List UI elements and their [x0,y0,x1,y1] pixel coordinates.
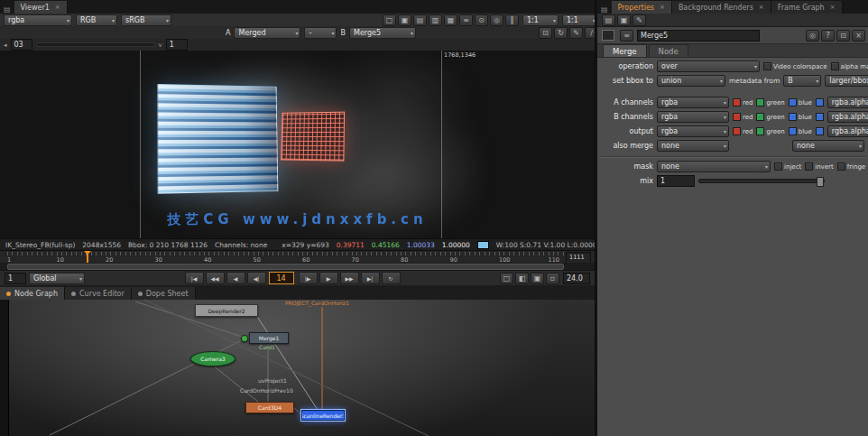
display-channels-dropdown[interactable]: RGB [76,14,117,26]
tab-viewer1[interactable]: Viewer1 × [14,1,68,14]
mix-field[interactable]: 1 [657,175,695,187]
node-name-field[interactable]: Merge5 [637,30,760,42]
tab-background-renders[interactable]: Background Renders × [672,1,771,14]
loop-mode-button[interactable]: ↻ [382,272,401,284]
tab-dope-sheet[interactable]: Dope Sheet [132,287,196,300]
mask-channel-dropdown[interactable]: none [657,161,771,172]
a-green-checkbox[interactable]: green [756,98,784,107]
a-red-checkbox[interactable]: red [733,98,753,107]
node-merge1[interactable]: Merge1 [249,332,289,344]
b-blue-checkbox[interactable]: blue [789,113,812,121]
close-icon[interactable]: × [660,4,665,11]
zoom-dropdown[interactable]: 1:1 [522,14,559,26]
bbox-extra-dropdown[interactable]: larger/bbox [825,75,868,87]
mix-slider[interactable] [698,179,825,183]
gain-dropdown[interactable]: 1:1 [562,14,598,26]
wipe-blend-dropdown[interactable]: - [304,27,337,39]
tab-node-graph[interactable]: Node Graph [0,287,65,300]
menu-icon[interactable]: ≡ [459,14,473,26]
safe-zones-icon[interactable]: ⊡ [539,27,552,39]
frame-range-mode-dropdown[interactable]: Global [29,273,85,284]
prev-increment-icon[interactable]: ◂ [4,42,7,49]
bounce-icon[interactable]: ◧ [515,273,529,284]
mask-overlay-icon[interactable]: ▣ [398,14,411,26]
loop-icon[interactable]: □ [500,273,513,284]
float-panel-icon[interactable]: ⊡ [836,30,850,42]
layer-dropdown[interactable]: rgba [4,14,72,26]
tab-merge[interactable]: Merge [603,44,647,57]
b-alpha-dropdown[interactable]: rgba.alpha [827,111,868,123]
tab-curve-editor[interactable]: Curve Editor [65,287,132,300]
transport-button[interactable]: |◀ [185,272,204,284]
b-buffer-dropdown[interactable]: Merge5 [349,27,416,39]
fringe-checkbox[interactable]: fringe [837,162,865,171]
operation-dropdown[interactable]: over [657,60,760,72]
output-red-checkbox[interactable]: red [733,127,753,135]
range-start-field[interactable]: 1 [5,273,26,284]
proxy-field[interactable]: 03 [11,39,32,51]
also-merge-with-dropdown[interactable]: none [792,140,864,152]
a-buffer-dropdown[interactable]: Merged [234,27,300,39]
node-dot1[interactable] [241,335,248,342]
node-color-swatch[interactable] [602,30,614,41]
grid-icon[interactable]: ▦ [444,14,457,26]
label-project-cardonhoriz1[interactable]: PROJECT_CardOnHoriz1 [285,300,349,306]
tab-properties[interactable]: Properties × [612,1,672,14]
alpha-masking-checkbox[interactable]: alpha masking [831,62,868,70]
inject-checkbox[interactable]: inject [774,162,801,171]
edit-icon[interactable]: ✎ [633,14,646,26]
timeline-ruler[interactable]: 1102030405060708090100110 1111 [0,250,595,264]
node-menu-button[interactable]: ≡ [620,30,633,42]
a-alpha-dropdown[interactable]: rgba.alpha [827,97,868,108]
timeline-scrollbar-thumb[interactable] [7,264,564,270]
a-alpha-checkbox[interactable] [816,98,824,107]
wipe-icon[interactable]: ▤ [413,14,427,26]
viewer-canvas[interactable]: 1768,1346 技艺CG www.jdnxxfb.cn [0,51,595,238]
clock-icon[interactable]: ◎ [490,14,503,26]
transport-button[interactable]: ▶| [361,272,380,284]
gain-slider[interactable] [36,42,155,47]
refresh-icon[interactable]: ↻ [554,27,568,39]
close-icon[interactable]: × [830,4,836,11]
lock-range-icon[interactable]: ▣ [531,273,544,284]
close-icon[interactable]: × [759,4,764,11]
node-card3d4[interactable]: Card3D4 [245,402,294,413]
label-uvproject1[interactable]: uvProject1 [258,377,287,384]
current-frame-field[interactable]: 14 [269,272,294,284]
playhead[interactable] [87,251,88,264]
mix-slider-handle[interactable] [817,177,824,187]
roi-icon[interactable]: ⊙ [475,14,488,26]
bbox-dropdown[interactable]: union [657,75,725,87]
transport-button[interactable]: ◀ [226,272,245,284]
annotate-icon[interactable]: ✎ [569,27,583,39]
gamma-field[interactable]: 1 [166,39,188,51]
b-alpha-checkbox[interactable] [816,113,824,121]
transport-button[interactable]: ◀◀ [206,272,225,284]
layout-icon[interactable]: □ [383,14,396,26]
b-channels-layer-dropdown[interactable]: rgba [657,111,729,123]
node-graph-canvas[interactable]: DeepRender2PROJECT_CardOnHoriz1Merge1Car… [0,300,595,436]
transport-button[interactable]: ◀| [247,272,266,284]
metadata-from-dropdown[interactable]: B [783,75,821,87]
also-merge-dropdown[interactable]: none [657,140,729,152]
timeline-scrollbar[interactable] [0,263,595,270]
output-layer-dropdown[interactable]: rgba [657,125,729,137]
output-alpha-checkbox[interactable] [816,127,824,135]
b-red-checkbox[interactable]: red [733,113,753,121]
center-node-icon[interactable]: ◎ [806,30,819,42]
output-blue-checkbox[interactable]: blue [789,127,812,135]
tab-node[interactable]: Node [649,44,688,57]
node-scanlinerender1[interactable]: ScanlineRender1 [301,410,345,421]
pane-menu-icon[interactable]: ▤ [0,5,14,14]
invert-checkbox[interactable]: invert [805,162,833,171]
output-green-checkbox[interactable]: green [756,127,784,135]
help-icon[interactable]: ? [821,30,835,42]
b-green-checkbox[interactable]: green [756,113,784,121]
node-deeprender2[interactable]: DeepRender2 [195,304,258,317]
label-card1[interactable]: Card1 [259,344,275,350]
stereo-icon[interactable]: ▥ [429,14,442,26]
label-cardonhorizprev10[interactable]: CardOnHorizPrev10 [240,387,293,394]
output-alpha-dropdown[interactable]: rgba.alpha [827,125,868,137]
content-menu-icon[interactable]: ▤ [602,14,615,26]
transport-button[interactable]: ▶ [319,272,338,284]
